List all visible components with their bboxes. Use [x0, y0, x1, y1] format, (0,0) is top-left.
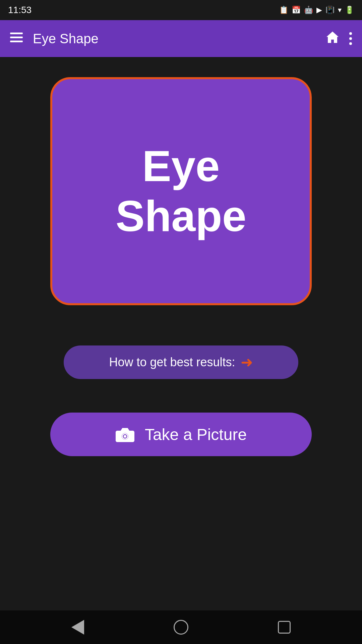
results-button-label: How to get best results:	[109, 355, 235, 369]
svg-rect-1	[10, 37, 23, 38]
nav-recents-button[interactable]	[278, 621, 291, 634]
clipboard-icon: 📋	[279, 6, 288, 14]
camera-button-label: Take a Picture	[145, 425, 247, 444]
arrow-right-icon: ➜	[241, 355, 253, 370]
app-bar-title: Eye Shape	[33, 31, 99, 46]
calendar-icon: 📅	[292, 6, 301, 14]
eye-shape-title: Eye Shape	[116, 141, 246, 241]
hamburger-menu-icon[interactable]	[10, 33, 23, 45]
results-button[interactable]: How to get best results: ➜	[64, 345, 298, 379]
wifi-icon: ▾	[338, 6, 342, 14]
nav-back-button[interactable]	[71, 620, 84, 635]
android-icon: 🤖	[304, 6, 313, 14]
status-bar: 11:53 📋 📅 🤖 ▶ 📳 ▾ 🔋	[0, 0, 362, 20]
svg-point-5	[124, 435, 126, 438]
battery-icon: 🔋	[345, 6, 354, 14]
take-picture-button[interactable]: Take a Picture	[50, 413, 312, 456]
nav-home-button[interactable]	[174, 620, 188, 635]
eye-shape-card: Eye Shape	[50, 77, 312, 305]
app-bar-left: Eye Shape	[10, 31, 99, 46]
vibrate-icon: 📳	[325, 6, 335, 14]
more-options-icon[interactable]	[349, 32, 352, 45]
home-icon[interactable]	[326, 31, 339, 47]
svg-rect-2	[10, 41, 23, 42]
status-time: 11:53	[8, 5, 32, 15]
svg-rect-0	[10, 33, 23, 34]
camera-icon	[115, 426, 135, 443]
plex-icon: ▶	[316, 6, 322, 14]
status-icons: 📋 📅 🤖 ▶ 📳 ▾ 🔋	[279, 6, 354, 14]
app-bar-right	[326, 31, 352, 47]
main-content: Eye Shape How to get best results: ➜ Tak…	[0, 57, 362, 610]
app-bar: Eye Shape	[0, 20, 362, 57]
nav-bar	[0, 610, 362, 644]
